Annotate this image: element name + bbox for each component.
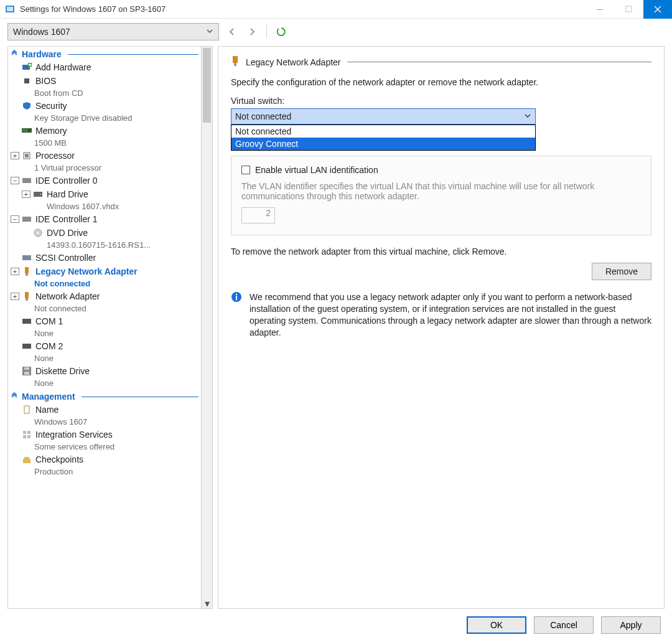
tree-checkpoints-sub: Production: [8, 466, 201, 478]
vlan-checkbox[interactable]: [241, 166, 250, 174]
vlan-id-input[interactable]: 2: [241, 207, 275, 224]
info-text: We recommend that you use a legacy netwo…: [250, 291, 651, 339]
scroll-down-icon[interactable]: ▾: [202, 598, 212, 608]
tree-security[interactable]: Security: [8, 99, 201, 113]
cancel-button[interactable]: Cancel: [534, 616, 594, 634]
svg-rect-15: [22, 178, 31, 183]
virtual-switch-dropdown[interactable]: Not connected Not connected Groovy Conne…: [231, 108, 536, 125]
vlan-description: The VLAN identifier specifies the virtua…: [241, 181, 641, 201]
tree-processor-sub: 1 Virtual processor: [8, 162, 201, 174]
tree-memory-sub: 1500 MB: [8, 138, 201, 149]
serial-port-icon: [21, 341, 33, 352]
tree-scsi[interactable]: SCSI Controller: [8, 251, 201, 265]
tree-com1-sub: None: [8, 328, 201, 339]
controller-icon: [21, 175, 33, 186]
tree-integration-services-sub: Some services offered: [8, 441, 201, 453]
vm-selector-value: Windows 1607: [13, 27, 70, 37]
svg-rect-3: [626, 6, 632, 12]
chevron-down-icon: [206, 27, 213, 37]
svg-rect-7: [29, 64, 31, 65]
svg-rect-35: [27, 435, 30, 438]
svg-rect-25: [26, 298, 28, 301]
tree-hard-drive[interactable]: +Hard Drive: [8, 187, 201, 201]
disc-icon: [32, 227, 44, 238]
tree-security-sub: Key Storage Drive disabled: [8, 113, 201, 124]
services-icon: [21, 429, 33, 440]
tree-legacy-network-adapter[interactable]: +Legacy Network Adapter: [8, 265, 201, 278]
ok-button[interactable]: OK: [467, 616, 526, 634]
tree-bios-sub: Boot from CD: [8, 88, 201, 99]
svg-rect-2: [597, 9, 603, 10]
tree-network-adapter[interactable]: +Network Adapter: [8, 289, 201, 303]
vm-selector-dropdown[interactable]: Windows 1607: [7, 23, 219, 40]
expand-icon[interactable]: +: [11, 152, 19, 159]
controller-icon: [21, 214, 33, 225]
collapse-icon[interactable]: −: [11, 215, 19, 223]
tree-ide1[interactable]: −IDE Controller 1: [8, 212, 201, 226]
scroll-thumb[interactable]: [203, 48, 211, 123]
tree-diskette-sub: None: [8, 378, 201, 389]
vlan-group: Enable virtual LAN identification The VL…: [231, 156, 651, 235]
dialog-footer: OK Cancel Apply: [467, 616, 661, 634]
tree-add-hardware[interactable]: Add Hardware: [8, 60, 201, 74]
toolbar-separator: [266, 25, 267, 39]
toolbar: Windows 1607: [0, 19, 672, 42]
sidebar-scrollbar[interactable]: ▴ ▾: [202, 46, 213, 609]
tree-ide0[interactable]: −IDE Controller 0: [8, 174, 201, 187]
expand-icon[interactable]: +: [11, 293, 19, 300]
svg-rect-34: [23, 435, 26, 438]
section-hardware[interactable]: Hardware: [8, 47, 201, 60]
svg-rect-12: [26, 129, 27, 132]
collapse-up-icon: [11, 392, 18, 402]
tree-hard-drive-sub: Windows 1607.vhdx: [8, 201, 201, 212]
tree-memory[interactable]: Memory: [8, 124, 201, 138]
floppy-icon: [21, 365, 33, 377]
svg-rect-26: [22, 319, 31, 324]
tree-integration-services[interactable]: Integration Services: [8, 428, 201, 441]
settings-tree: Hardware Add Hardware BIOS Boot from CD …: [7, 46, 202, 609]
svg-rect-41: [236, 296, 237, 300]
section-management[interactable]: Management: [8, 389, 201, 403]
content-title: Legacy Network Adapter: [246, 57, 341, 67]
tree-com2[interactable]: COM 2: [8, 339, 201, 353]
nav-forward-button[interactable]: [245, 25, 259, 39]
tree-diskette[interactable]: Diskette Drive: [8, 364, 201, 378]
svg-point-20: [37, 232, 39, 234]
svg-rect-31: [24, 406, 29, 413]
window-minimize-button[interactable]: [586, 0, 615, 19]
vlan-checkbox-label: Enable virtual LAN identification: [255, 165, 378, 175]
dropdown-option-groovy-connect[interactable]: Groovy Connect: [231, 138, 535, 150]
tree-name[interactable]: Name: [8, 403, 201, 416]
tree-com1[interactable]: COM 1: [8, 314, 201, 328]
dropdown-option-not-connected[interactable]: Not connected: [231, 125, 535, 138]
tree-network-adapter-sub: Not connected: [8, 303, 201, 314]
tree-processor[interactable]: +Processor: [8, 149, 201, 162]
tree-legacy-network-adapter-sub: Not connected: [8, 278, 201, 289]
window-close-button[interactable]: [643, 0, 672, 19]
refresh-button[interactable]: [274, 25, 288, 39]
tree-checkpoints[interactable]: Checkpoints: [8, 453, 201, 466]
svg-rect-42: [236, 294, 237, 295]
svg-rect-37: [24, 457, 29, 459]
tree-dvd-drive[interactable]: DVD Drive: [8, 226, 201, 240]
nav-back-button[interactable]: [225, 25, 239, 39]
network-adapter-icon: [231, 55, 240, 68]
svg-rect-33: [27, 431, 30, 434]
add-hardware-icon: [21, 62, 33, 73]
window-maximize-button[interactable]: [615, 0, 643, 19]
expand-icon[interactable]: +: [22, 191, 30, 198]
virtual-switch-dropdown-list: Not connected Groovy Connect: [231, 125, 536, 151]
expand-icon[interactable]: +: [11, 268, 19, 275]
remove-button[interactable]: Remove: [592, 263, 651, 280]
apply-button[interactable]: Apply: [601, 616, 661, 634]
svg-rect-39: [234, 63, 236, 66]
svg-rect-18: [22, 217, 31, 222]
hard-drive-icon: [32, 189, 44, 200]
tag-icon: [21, 404, 33, 415]
memory-icon: [21, 125, 33, 136]
virtual-switch-label: Virtual switch:: [231, 96, 651, 106]
tree-dvd-drive-sub: 14393.0.160715-1616.RS1...: [8, 240, 201, 251]
tree-bios[interactable]: BIOS: [8, 74, 201, 88]
collapse-icon[interactable]: −: [11, 177, 19, 184]
shield-icon: [21, 100, 33, 111]
